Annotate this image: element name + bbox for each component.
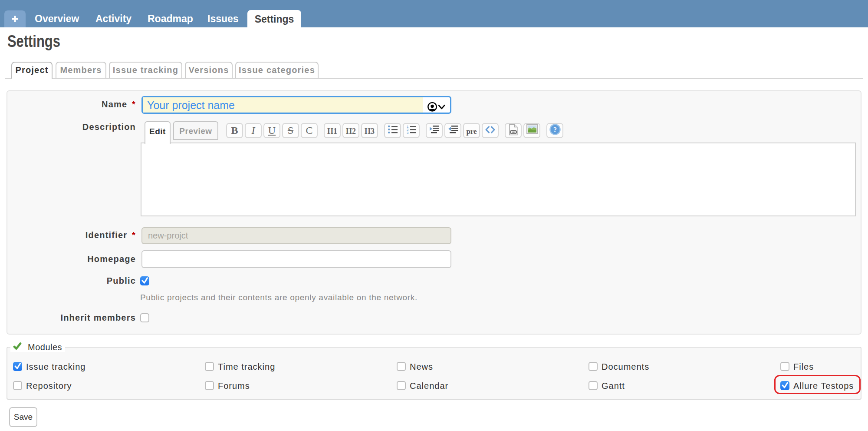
svg-text:?: ? xyxy=(553,126,557,133)
svg-text:3: 3 xyxy=(407,131,409,134)
